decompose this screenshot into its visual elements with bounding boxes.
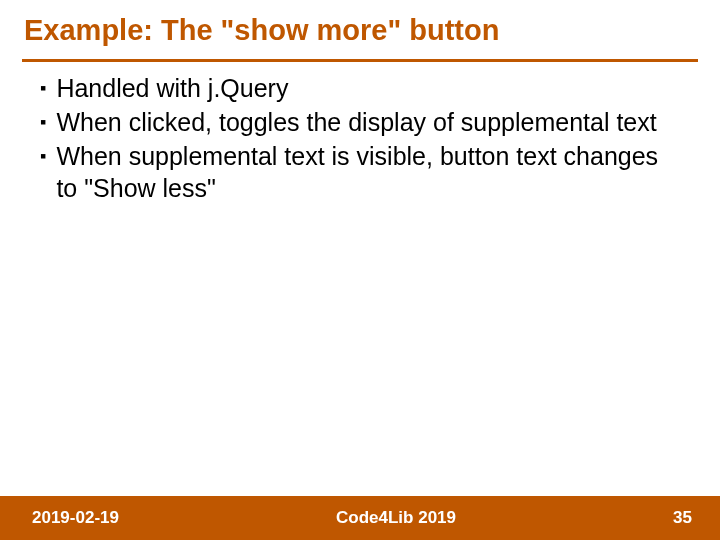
bullet-text: When supplemental text is visible, butto… bbox=[56, 140, 666, 204]
list-item: ▪ Handled with j.Query bbox=[40, 72, 666, 104]
footer-bar: 2019-02-19 Code4Lib 2019 35 bbox=[0, 496, 720, 540]
list-item: ▪ When clicked, toggles the display of s… bbox=[40, 106, 666, 138]
footer-date: 2019-02-19 bbox=[0, 508, 119, 528]
slide: Example: The "show more" button ▪ Handle… bbox=[0, 0, 720, 540]
bullet-list: ▪ Handled with j.Query ▪ When clicked, t… bbox=[40, 72, 666, 204]
bullet-icon: ▪ bbox=[40, 140, 46, 172]
bullet-icon: ▪ bbox=[40, 72, 46, 104]
footer-event: Code4Lib 2019 bbox=[119, 508, 673, 528]
bullet-text: When clicked, toggles the display of sup… bbox=[56, 106, 666, 138]
title-area: Example: The "show more" button bbox=[0, 0, 720, 53]
content-area: ▪ Handled with j.Query ▪ When clicked, t… bbox=[0, 62, 720, 204]
slide-title: Example: The "show more" button bbox=[24, 14, 696, 47]
bullet-text: Handled with j.Query bbox=[56, 72, 666, 104]
footer-page-number: 35 bbox=[673, 508, 720, 528]
list-item: ▪ When supplemental text is visible, but… bbox=[40, 140, 666, 204]
bullet-icon: ▪ bbox=[40, 106, 46, 138]
